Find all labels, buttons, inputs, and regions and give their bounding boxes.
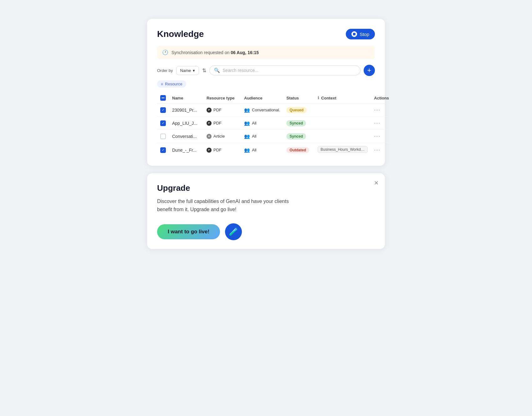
type-dot-icon: P: [207, 108, 212, 113]
resource-table: Name Resource type Audience Status ℹ Con…: [157, 93, 392, 157]
knowledge-card: Knowledge Stop 🕐 Synchronisation request…: [147, 19, 385, 166]
audience-icon: 👥: [244, 120, 250, 126]
go-live-button[interactable]: I want to go live!: [157, 224, 220, 239]
sync-text: Synchronisation requested on 06 Aug, 16:…: [171, 50, 259, 55]
th-status: Status: [283, 93, 315, 104]
order-by-select[interactable]: Name ▾: [176, 66, 199, 75]
page-wrapper: Knowledge Stop 🕐 Synchronisation request…: [147, 19, 385, 249]
context-tag: Business_Hours_Workday...: [318, 146, 368, 153]
row-status: Synced: [283, 117, 315, 130]
stop-button[interactable]: Stop: [346, 29, 375, 39]
row-resource-type: AArticle: [203, 130, 241, 143]
search-icon: 🔍: [214, 68, 220, 73]
table-row: ✓App_LIU_J...PPDF👥AllSynced···: [157, 117, 392, 130]
row-audience: 👥Conversational.: [241, 104, 283, 117]
type-label: PDF: [213, 148, 222, 152]
order-by-value: Name: [180, 68, 191, 73]
controls-row: Order by Name ▾ ⇅ 🔍 +: [157, 65, 375, 76]
row-context: [315, 130, 371, 143]
search-input[interactable]: [223, 68, 356, 73]
th-select-all: [157, 93, 169, 104]
info-icon: ℹ: [318, 96, 319, 100]
table-row: Conversati...AArticle👥AllSynced···: [157, 130, 392, 143]
add-button[interactable]: +: [364, 65, 375, 76]
row-resource-type: PPDF: [203, 117, 241, 130]
th-resource-type: Resource type: [203, 93, 241, 104]
lab-icon: 🧪: [229, 227, 238, 236]
row-actions[interactable]: ···: [371, 104, 392, 117]
row-checkbox[interactable]: ✓: [160, 120, 166, 126]
type-dot-icon: A: [207, 134, 212, 139]
type-dot-icon: P: [207, 121, 212, 126]
type-label: PDF: [213, 108, 222, 112]
chevron-down-icon: ▾: [193, 68, 195, 73]
table-row: ✓Dune_-_Fr...PPDF👥AllOutdatedBusiness_Ho…: [157, 143, 392, 157]
card-header: Knowledge Stop: [157, 29, 375, 39]
row-name: 230901_Pr...: [169, 104, 203, 117]
row-context: [315, 117, 371, 130]
order-by-label: Order by: [157, 68, 173, 73]
type-label: PDF: [213, 121, 222, 125]
type-label: Article: [213, 134, 225, 139]
audience-label: All: [252, 121, 256, 125]
row-name: Dune_-_Fr...: [169, 143, 203, 157]
sync-prefix: Synchronisation requested on: [171, 50, 231, 55]
clock-icon: 🕐: [162, 49, 168, 55]
row-resource-type: PPDF: [203, 104, 241, 117]
filter-label: Resource: [165, 82, 182, 86]
row-resource-type: PPDF: [203, 143, 241, 157]
filter-chip[interactable]: ≡ Resource: [157, 80, 186, 88]
row-name: Conversati...: [169, 130, 203, 143]
row-status: Queued: [283, 104, 315, 117]
status-badge: Synced: [286, 120, 306, 126]
indeterminate-icon: [161, 98, 165, 98]
checkmark-icon: ✓: [162, 121, 165, 125]
select-all-checkbox[interactable]: [160, 95, 166, 101]
row-actions[interactable]: ···: [371, 130, 392, 143]
th-context-label: Context: [321, 96, 336, 100]
audience-icon: 👥: [244, 147, 250, 153]
row-actions[interactable]: ···: [371, 143, 392, 157]
status-badge: Outdated: [286, 147, 309, 153]
stop-square-icon: [353, 33, 356, 35]
upgrade-card: ✕ Upgrade Discover the full capabilities…: [147, 173, 385, 249]
actions-menu-button[interactable]: ···: [374, 133, 381, 139]
actions-menu-button[interactable]: ···: [374, 147, 381, 153]
checkmark-icon: ✓: [162, 108, 165, 112]
sort-icon[interactable]: ⇅: [202, 68, 206, 74]
row-context: [315, 104, 371, 117]
th-name: Name: [169, 93, 203, 104]
row-actions[interactable]: ···: [371, 117, 392, 130]
row-audience: 👥All: [241, 117, 283, 130]
row-status: Outdated: [283, 143, 315, 157]
audience-label: All: [252, 148, 256, 152]
sync-date: 06 Aug, 16:15: [231, 50, 259, 55]
search-bar: 🔍: [209, 65, 361, 75]
type-dot-icon: P: [207, 148, 212, 153]
upgrade-footer: I want to go live! 🧪: [157, 223, 375, 240]
stop-label: Stop: [360, 32, 369, 37]
actions-menu-button[interactable]: ···: [374, 107, 381, 113]
upgrade-description: Discover the full capabilities of GenAI …: [157, 197, 295, 213]
th-actions: Actions: [371, 93, 392, 104]
row-name: App_LIU_J...: [169, 117, 203, 130]
audience-label: All: [252, 134, 256, 139]
row-audience: 👥All: [241, 143, 283, 157]
lab-button[interactable]: 🧪: [225, 223, 242, 240]
row-context: Business_Hours_Workday...: [315, 143, 371, 157]
upgrade-title: Upgrade: [157, 183, 375, 193]
status-badge: Queued: [286, 107, 307, 113]
row-checkbox[interactable]: ✓: [160, 107, 166, 113]
sync-notice: 🕐 Synchronisation requested on 06 Aug, 1…: [157, 46, 375, 59]
close-button[interactable]: ✕: [374, 180, 379, 186]
audience-label: Conversational.: [252, 108, 280, 112]
table-row: ✓230901_Pr...PPDF👥Conversational.Queued·…: [157, 104, 392, 117]
checkmark-icon: ✓: [162, 148, 165, 152]
audience-icon: 👥: [244, 134, 250, 139]
actions-menu-button[interactable]: ···: [374, 120, 381, 126]
row-checkbox[interactable]: [160, 134, 166, 139]
row-checkbox[interactable]: ✓: [160, 147, 166, 153]
row-status: Synced: [283, 130, 315, 143]
stop-circle-icon: [351, 31, 357, 37]
audience-icon: 👥: [244, 107, 250, 113]
